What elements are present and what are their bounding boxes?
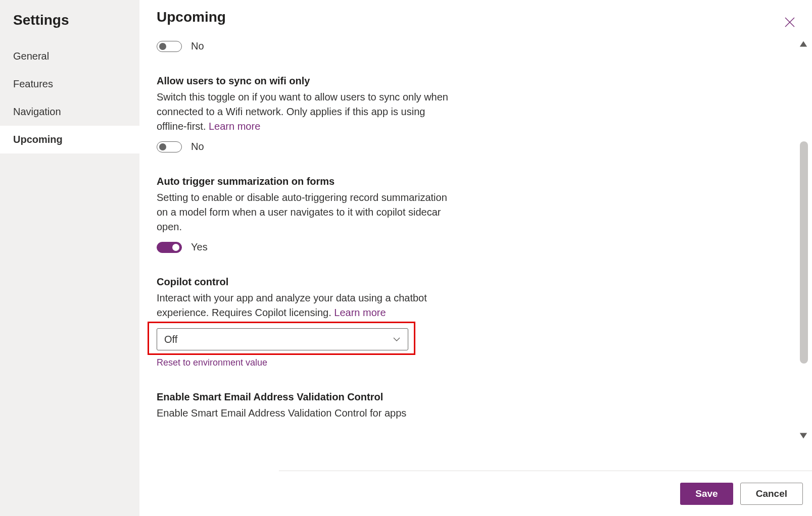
toggle-unknown[interactable] <box>157 41 182 52</box>
sidebar-item-navigation[interactable]: Navigation <box>0 98 139 126</box>
settings-sidebar: Settings General Features Navigation Upc… <box>0 0 139 516</box>
toggle-unknown-label: No <box>191 40 204 52</box>
learn-more-link[interactable]: Learn more <box>209 121 260 132</box>
toggle-wifi-sync-label: No <box>191 141 204 152</box>
save-button[interactable]: Save <box>680 483 733 505</box>
main-panel: Upcoming No Allow us <box>139 0 812 516</box>
close-icon <box>784 16 796 28</box>
copilot-select[interactable]: Off <box>157 328 408 350</box>
footer-bar: Save Cancel <box>279 471 812 516</box>
reset-environment-link[interactable]: Reset to environment value <box>157 357 450 368</box>
setting-smart-email: Enable Smart Email Address Validation Co… <box>157 391 450 421</box>
setting-title: Auto trigger summarization on forms <box>157 176 450 187</box>
chevron-down-icon <box>393 335 401 343</box>
sidebar-item-upcoming[interactable]: Upcoming <box>0 126 139 153</box>
cancel-button[interactable]: Cancel <box>740 483 803 505</box>
setting-desc: Switch this toggle on if you want to all… <box>157 90 450 134</box>
copilot-select-value: Off <box>164 334 177 345</box>
setting-desc: Setting to enable or disable auto-trigge… <box>157 190 450 234</box>
sidebar-title: Settings <box>0 9 139 42</box>
setting-title: Copilot control <box>157 276 450 288</box>
setting-desc: Enable Smart Email Address Validation Co… <box>157 406 450 421</box>
learn-more-link[interactable]: Learn more <box>334 307 386 318</box>
sidebar-item-features[interactable]: Features <box>0 70 139 98</box>
setting-wifi-sync: Allow users to sync on wifi only Switch … <box>157 75 450 152</box>
setting-title: Allow users to sync on wifi only <box>157 75 450 87</box>
toggle-wifi-sync[interactable] <box>157 141 182 152</box>
setting-auto-summarize: Auto trigger summarization on forms Sett… <box>157 176 450 253</box>
setting-title: Enable Smart Email Address Validation Co… <box>157 391 450 403</box>
setting-copilot-control: Copilot control Interact with your app a… <box>157 276 450 368</box>
toggle-auto-summarize[interactable] <box>157 242 182 253</box>
setting-desc: Interact with your app and analyze your … <box>157 291 450 320</box>
toggle-auto-summarize-label: Yes <box>191 241 208 253</box>
sidebar-item-general[interactable]: General <box>0 42 139 70</box>
page-title: Upcoming <box>139 0 812 25</box>
setting-unknown-toggle: No <box>157 40 450 52</box>
close-button[interactable] <box>782 14 798 30</box>
